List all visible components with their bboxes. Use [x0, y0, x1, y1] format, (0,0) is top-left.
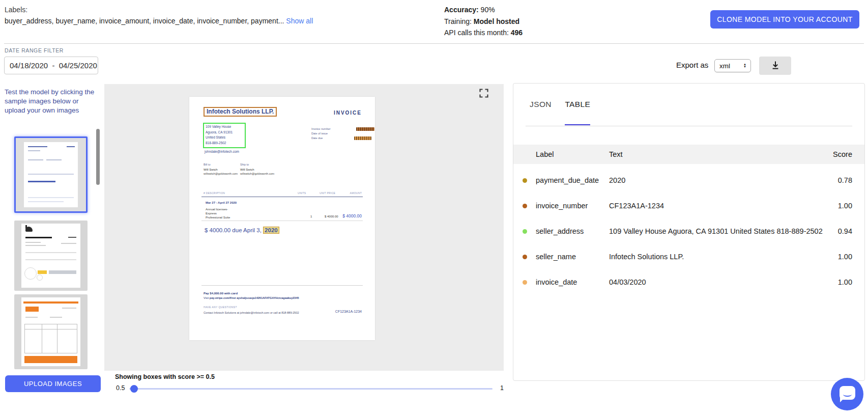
questions-label: HAVE ANY QUESTIONS?: [204, 306, 237, 309]
clone-model-button[interactable]: CLONE MODEL INTO YOUR ACCOUNT: [710, 10, 859, 29]
contact-line: Contact Infotech Solutions at johndale@i…: [204, 311, 299, 314]
show-all-link[interactable]: Show all: [286, 17, 313, 25]
slider-thumb[interactable]: [130, 385, 138, 393]
label-color-dot: [523, 178, 527, 183]
slider-max-label: 1: [500, 384, 504, 392]
line-item-description: Annual licenses- Express Professional Su…: [206, 207, 230, 219]
thumbnail-scrollbar[interactable]: [96, 129, 100, 185]
tab-table[interactable]: TABLE: [565, 100, 590, 125]
table-row[interactable]: invoice_number CF123A1A-1234 1.00: [513, 197, 864, 215]
api-calls-stat: API calls this month: 496: [444, 27, 523, 39]
table-row[interactable]: payment_due_date 2020 0.78: [513, 171, 864, 189]
pay-instruction: Pay $4,000.00 with card: [204, 292, 238, 295]
fullscreen-button[interactable]: [478, 88, 489, 99]
score-threshold-text: Showing boxes with score >= 0.5: [115, 373, 215, 380]
row-text: 109 Valley House Aguora, CA 91301 United…: [609, 227, 831, 235]
labels-title: Labels:: [5, 4, 313, 15]
date-due-bbox[interactable]: [354, 136, 371, 140]
results-table: Label Text Score payment_due_date 2020 0…: [513, 145, 864, 291]
billing-period: Mar 27 - April 27 2020: [206, 201, 237, 204]
row-text: Infotech Solutions LLP.: [609, 253, 831, 261]
labels-list: buyer_address, buyer_name, invoice_amoun…: [5, 15, 313, 26]
results-table-header: Label Text Score: [513, 145, 864, 164]
sample-image-list: [4, 125, 101, 369]
line-item-units: 1: [310, 215, 312, 218]
date-range-filter-label: DATE RANGE FILTER: [5, 47, 64, 53]
line-item-amount: $ 4000.00: [342, 213, 362, 218]
ship-to-block: Ship to Will Swtch willswitch@goldsworth…: [240, 163, 274, 175]
model-stats: Accuracy: 90% Training: Model hosted API…: [444, 4, 523, 39]
row-label: seller_address: [536, 227, 609, 235]
tab-json[interactable]: JSON: [530, 100, 552, 124]
row-score: 0.94: [831, 227, 864, 235]
label-color-dot: [523, 204, 527, 208]
line-item-unit-price: $ 4000.00: [325, 215, 338, 218]
row-score: 1.00: [831, 278, 864, 286]
thumbnail-page: [24, 142, 78, 207]
slider-min-label: 0.5: [116, 384, 125, 392]
label-color-dot: [523, 255, 527, 259]
seller-name-bbox[interactable]: Infotech Solutions LLP.: [204, 107, 277, 117]
select-stepper-icon: ▲▼: [741, 63, 748, 68]
row-text: 2020: [609, 176, 831, 184]
row-text: CF123A1A-1234: [609, 202, 831, 210]
label-color-dot: [523, 280, 527, 285]
export-format-value: xml: [715, 62, 741, 70]
row-text: 04/03/2020: [609, 278, 831, 286]
export-as-label: Export as: [676, 61, 708, 69]
results-panel: JSON TABLE Label Text Score payment_due_…: [513, 83, 865, 381]
download-icon: [770, 60, 780, 72]
invoice-meta-labels: Invoice number Date of issue Date due: [311, 127, 331, 141]
invoice-number-bbox[interactable]: [356, 127, 374, 131]
sample-thumbnail-2[interactable]: [14, 221, 88, 291]
row-label: invoice_number: [536, 202, 609, 210]
chat-launcher-button[interactable]: [831, 378, 863, 410]
payment-due-date-bbox[interactable]: 2020: [263, 227, 279, 234]
slider-track[interactable]: [129, 388, 493, 390]
thumbnail-page: [21, 297, 80, 366]
table-row[interactable]: seller_address 109 Valley House Aguora, …: [513, 222, 864, 240]
invoice-ref-number: CF123A1A-1234: [335, 310, 362, 313]
row-score: 0.78: [831, 176, 864, 184]
row-label: invoice_date: [536, 278, 609, 286]
download-button[interactable]: [759, 57, 791, 75]
invoice-document[interactable]: Infotech Solutions LLP. INVOICE 109 Vall…: [189, 97, 375, 340]
invoice-title: INVOICE: [334, 110, 362, 116]
labels-summary: Labels: buyer_address, buyer_name, invoi…: [5, 4, 313, 26]
training-stat: Training: Model hosted: [444, 16, 523, 27]
table-row[interactable]: seller_name Infotech Solutions LLP. 1.00: [513, 247, 864, 266]
seller-email: johndale@infotech.com: [205, 150, 239, 153]
upload-images-button[interactable]: UPLOAD IMAGES: [5, 375, 101, 392]
score-threshold-slider: 0.5 1: [115, 383, 504, 394]
date-range-input[interactable]: [4, 57, 98, 74]
sidebar-hint-text: Test the model by clicking the sample im…: [5, 88, 97, 115]
row-score: 1.00: [831, 253, 864, 261]
row-label: seller_name: [536, 253, 609, 261]
model-test-page: Labels: buyer_address, buyer_name, invoi…: [0, 0, 868, 413]
pay-link: Visit pay.stripe.com/f/nst ayshaljsoasja…: [204, 296, 299, 299]
accuracy-stat: Accuracy: 90%: [444, 4, 523, 16]
document-preview-panel: Infotech Solutions LLP. INVOICE 109 Vall…: [104, 84, 504, 371]
bill-to-block: Bill to Will Swtch willswitch@goldsworth…: [204, 163, 238, 175]
row-score: 1.00: [831, 202, 864, 210]
export-format-select[interactable]: xml ▲▼: [714, 59, 751, 72]
header-divider: [4, 43, 864, 44]
amount-due-line: $ 4000.00 due April 3, 2020: [205, 227, 279, 233]
table-row[interactable]: invoice_date 04/03/2020 1.00: [513, 273, 864, 291]
sample-thumbnail-1[interactable]: [14, 136, 88, 213]
row-label: payment_due_date: [536, 176, 609, 184]
seller-address-bbox[interactable]: 109 Valley House Aguora, CA 91301 United…: [203, 123, 246, 148]
label-color-dot: [523, 229, 527, 234]
thumbnail-page: [21, 224, 80, 288]
results-tabs: JSON TABLE: [526, 100, 852, 126]
sample-thumbnail-3[interactable]: [14, 294, 88, 369]
fullscreen-icon: [479, 92, 489, 100]
